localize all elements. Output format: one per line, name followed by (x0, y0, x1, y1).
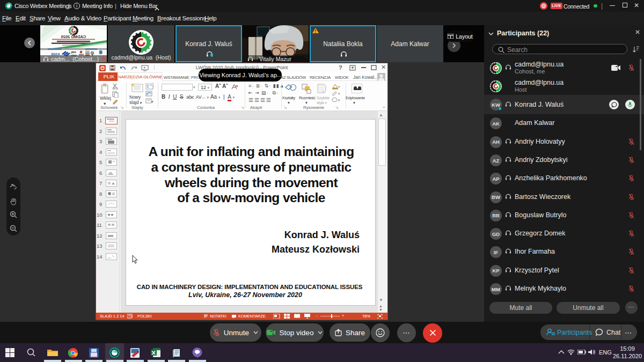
svg-text:▾: ▾ (338, 85, 340, 88)
svg-text:▾: ▾ (153, 85, 154, 88)
svg-text:▾: ▾ (151, 100, 153, 104)
svg-text:CADMD 2020: CADMD 2020 (61, 34, 86, 39)
svg-text:▾: ▾ (338, 98, 340, 102)
svg-text:▾: ▾ (338, 92, 340, 95)
